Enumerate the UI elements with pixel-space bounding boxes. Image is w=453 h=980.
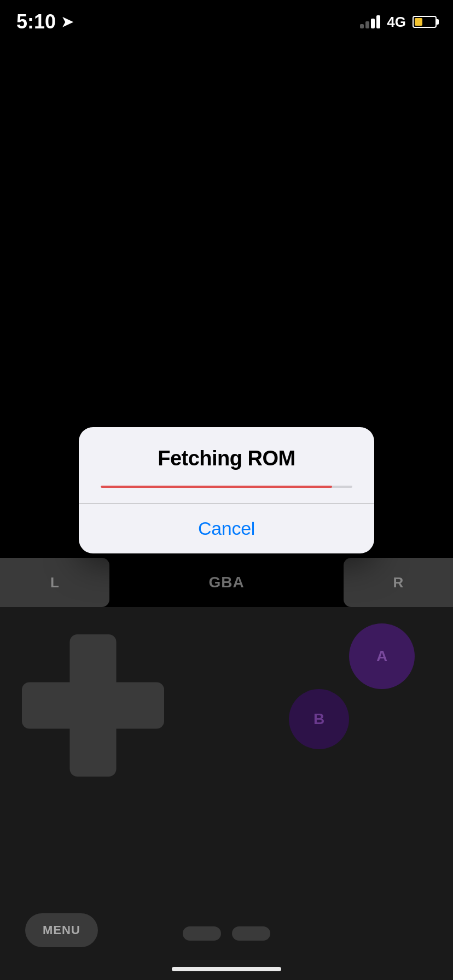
- progress-bar-fill: [101, 486, 332, 488]
- cancel-button[interactable]: Cancel: [79, 504, 374, 553]
- time-display: 5:10: [16, 10, 56, 33]
- battery-icon: [413, 16, 437, 28]
- modal-title: Fetching ROM: [158, 447, 295, 470]
- modal-overlay: Fetching ROM Cancel: [0, 0, 453, 980]
- status-right-group: 4G: [360, 14, 437, 31]
- network-type: 4G: [387, 14, 406, 31]
- modal-actions: Cancel: [79, 504, 374, 553]
- battery-fill: [415, 18, 422, 26]
- modal-title-area: Fetching ROM: [79, 427, 374, 470]
- signal-bars: [360, 15, 380, 28]
- status-time-group: 5:10 ➤: [16, 10, 73, 33]
- status-bar: 5:10 ➤ 4G: [0, 0, 453, 44]
- progress-bar-track: [101, 486, 352, 488]
- battery-indicator: [413, 16, 437, 28]
- signal-bar-1: [360, 24, 364, 28]
- signal-bar-4: [376, 15, 380, 28]
- location-icon: ➤: [61, 14, 73, 31]
- signal-bar-3: [371, 19, 375, 28]
- signal-bar-2: [365, 21, 369, 28]
- fetching-rom-modal: Fetching ROM Cancel: [79, 427, 374, 553]
- progress-container: [79, 470, 374, 488]
